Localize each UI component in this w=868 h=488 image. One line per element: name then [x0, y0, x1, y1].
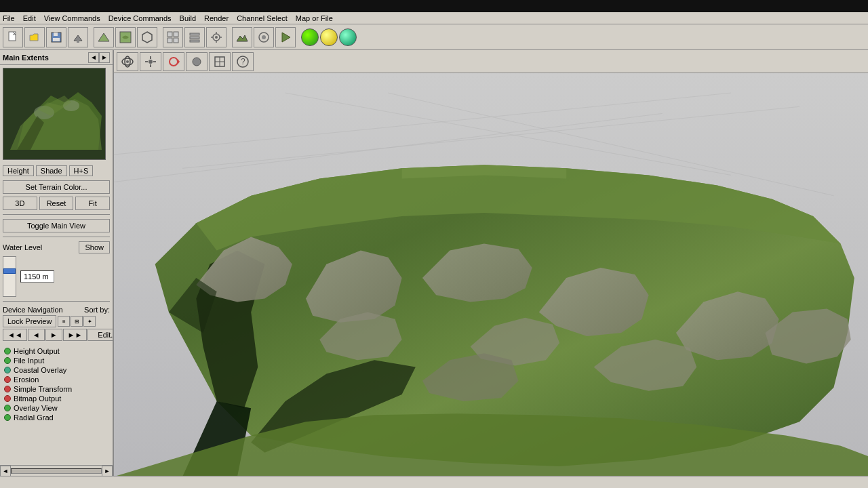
mode1-button[interactable]	[186, 52, 208, 71]
menu-device-commands[interactable]: Device Commands	[108, 14, 172, 22]
panel-nav-prev[interactable]: ◄	[88, 52, 99, 63]
pan-button[interactable]	[140, 52, 161, 71]
list-item[interactable]: Coastal Overlay	[3, 365, 110, 375]
sort-star-icon[interactable]: ✦	[83, 316, 96, 327]
svg-point-33	[149, 60, 153, 64]
water-show-button[interactable]: Show	[79, 241, 110, 253]
sort-grid-icon[interactable]: ⊞	[71, 316, 83, 327]
svg-point-15	[215, 36, 218, 39]
3d-button[interactable]: 3D	[3, 197, 37, 210]
open-button[interactable]	[24, 27, 45, 47]
device-nav-section: Device Navigation Sort by: Lock Preview …	[0, 304, 113, 345]
scroll-left-button[interactable]: ◄	[0, 466, 11, 476]
water-value[interactable]: 1150 m	[20, 270, 54, 283]
export-button[interactable]	[68, 27, 88, 47]
main-toolbar	[0, 24, 868, 50]
list-item[interactable]: Erosion	[3, 375, 110, 384]
reset-view-button[interactable]: Reset	[39, 197, 74, 210]
list-item[interactable]: Simple Transform	[3, 384, 110, 394]
layer-name: Simple Transform	[14, 385, 72, 393]
divider-3	[3, 301, 110, 302]
menu-render[interactable]: Render	[204, 14, 229, 22]
teal-status-indicator	[339, 28, 357, 46]
map-view-button[interactable]	[115, 27, 136, 47]
help-button[interactable]: ?	[232, 52, 254, 71]
shade-view-btn[interactable]: Shade	[36, 165, 67, 176]
water-level-section: Water Level Show 1150 m	[0, 240, 113, 298]
view-controls: Height Shade H+S	[0, 163, 113, 179]
set-terrain-color-button[interactable]: Set Terrain Color...	[3, 180, 110, 194]
layer-dot	[4, 348, 11, 354]
scroll-track[interactable]	[11, 468, 102, 474]
nav-next-button[interactable]: ►	[45, 329, 62, 341]
svg-rect-9	[167, 38, 172, 43]
layer-dot	[4, 414, 11, 421]
viewport: ?	[114, 50, 868, 476]
green-status-indicator	[301, 28, 319, 46]
edit-button[interactable]: Edit...	[87, 329, 114, 341]
list-item[interactable]: File Input	[3, 356, 110, 365]
list-item[interactable]: Bitmap Output	[3, 394, 110, 403]
menu-file[interactable]: File	[3, 14, 15, 22]
layer-name: Bitmap Output	[14, 394, 61, 403]
water-level-header: Water Level Show	[3, 241, 110, 253]
yellow-status-indicator	[320, 28, 338, 46]
mode2-button[interactable]	[209, 52, 231, 71]
menu-build[interactable]: Build	[180, 14, 196, 22]
nav-prev-button[interactable]: ◄	[28, 329, 45, 341]
overlay-button[interactable]	[254, 27, 274, 47]
menu-view-commands[interactable]: View Commands	[44, 14, 100, 22]
layer-dot	[4, 395, 11, 402]
tools-button[interactable]	[206, 27, 226, 47]
fit-button[interactable]: Fit	[75, 197, 110, 210]
svg-marker-22	[282, 33, 290, 42]
height-view-btn[interactable]: Height	[3, 165, 34, 176]
reset-viewport-button[interactable]	[163, 52, 184, 71]
toggle-main-view-button[interactable]: Toggle Main View	[3, 219, 110, 232]
top-black-bar	[0, 0, 868, 12]
viewport-toolbar: ?	[114, 50, 868, 73]
svg-rect-7	[167, 32, 172, 37]
grid-button[interactable]	[163, 27, 183, 47]
water-slider-thumb[interactable]	[3, 268, 16, 274]
menu-bar: File Edit View Commands Device Commands …	[0, 12, 868, 24]
preview-thumbnail	[3, 68, 106, 160]
panel-title: Main Extents	[3, 54, 88, 62]
terrain-view	[114, 73, 868, 476]
svg-marker-34	[178, 59, 180, 64]
menu-channel-select[interactable]: Channel Select	[237, 14, 288, 22]
panel-nav-next[interactable]: ►	[99, 52, 110, 63]
sort-icons: ≡ ⊞ ✦	[58, 316, 96, 327]
main-layout: Main Extents ◄ ►	[0, 50, 868, 476]
list-item[interactable]: Overlay View	[3, 403, 110, 413]
layer-dot	[4, 405, 11, 411]
nav-arrows: ◄◄ ◄ ► ►► Edit...	[3, 329, 110, 341]
water-level-label: Water Level	[3, 243, 42, 251]
panel-header: Main Extents ◄ ►	[0, 50, 113, 65]
hs-view-btn[interactable]: H+S	[69, 165, 94, 176]
list-item[interactable]: Height Output	[3, 346, 110, 356]
layer-dot	[4, 386, 11, 392]
lock-preview-button[interactable]: Lock Preview	[3, 315, 56, 327]
layers-button[interactable]	[184, 27, 205, 47]
divider-1	[3, 214, 110, 215]
svg-rect-10	[174, 38, 178, 43]
menu-edit[interactable]: Edit	[23, 14, 36, 22]
terrain-view-button[interactable]	[94, 27, 114, 47]
sort-list-icon[interactable]: ≡	[58, 316, 70, 327]
new-button[interactable]	[3, 27, 23, 47]
svg-marker-6	[142, 32, 152, 43]
nav-prev-prev-button[interactable]: ◄◄	[3, 329, 27, 341]
save-button[interactable]	[46, 27, 66, 47]
scroll-right-button[interactable]: ►	[102, 466, 113, 476]
water-slider-track[interactable]	[3, 256, 16, 297]
nav-next-next-button[interactable]: ►►	[63, 329, 87, 341]
list-item[interactable]: Radial Grad	[3, 413, 110, 422]
menu-map-or-file[interactable]: Map or File	[296, 14, 333, 22]
build-button[interactable]	[275, 27, 296, 47]
hex-view-button[interactable]	[137, 27, 157, 47]
orbit-button[interactable]	[117, 52, 138, 71]
svg-rect-8	[174, 32, 178, 37]
terrain-button[interactable]	[232, 27, 252, 47]
svg-rect-2	[54, 33, 58, 36]
